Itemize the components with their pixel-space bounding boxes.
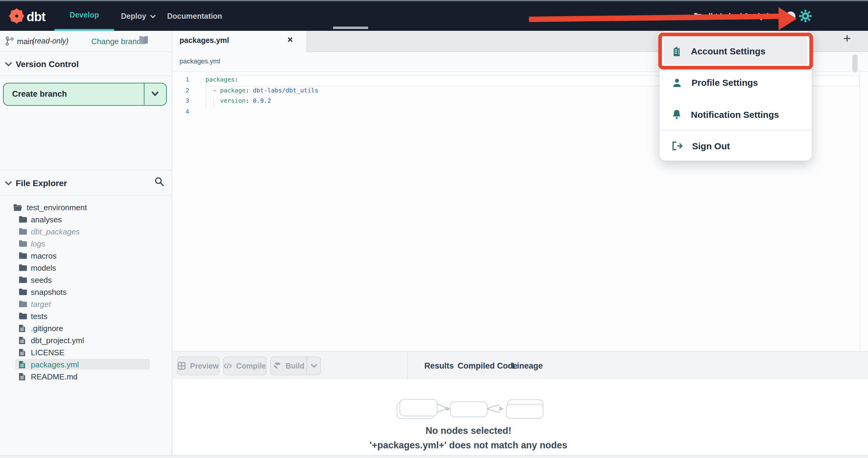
file-tree-item[interactable]: LICENSE: [0, 346, 172, 358]
file-tree-label: README.md: [31, 372, 78, 381]
line-number: 4: [172, 108, 189, 115]
file-tree-item[interactable]: snapshots: [0, 286, 172, 298]
file-tree-item[interactable]: dbt_packages: [0, 225, 172, 237]
file-tree-item[interactable]: models: [0, 262, 172, 274]
tab-results[interactable]: Results: [424, 352, 454, 380]
annotation-arrow-head: [779, 7, 797, 30]
results-label: Results: [424, 361, 454, 370]
search-icon[interactable]: [154, 176, 164, 187]
tab-label: packages.yml: [180, 36, 229, 45]
lineage-empty-title: No nodes selected!: [317, 425, 620, 436]
brand-wordmark[interactable]: dbt: [27, 10, 45, 24]
preview-button[interactable]: Preview: [177, 357, 219, 375]
version-control-header[interactable]: Version Control: [0, 52, 172, 76]
settings-dropdown-menu: Account Settings Profile Settings Notifi…: [659, 31, 812, 161]
file-tree-item[interactable]: .gitignore: [0, 322, 172, 334]
file-icon: [19, 324, 25, 332]
lineage-node: [450, 402, 487, 417]
file-tree-item[interactable]: dbt_project.yml: [0, 334, 172, 346]
build-button[interactable]: Build: [270, 357, 306, 375]
file-tree-item-selected[interactable]: packages.yml: [0, 358, 172, 370]
folder-icon: [19, 228, 27, 235]
code-line: version: 0.9.2: [206, 97, 271, 104]
editor-tab-packages-yml[interactable]: packages.yml ✕: [172, 31, 307, 52]
gear-icon[interactable]: [799, 9, 812, 23]
new-tab-button[interactable]: +: [843, 32, 851, 45]
nav-develop-label: Develop: [69, 11, 99, 19]
tab-compiled-code[interactable]: Compiled Code: [458, 352, 518, 380]
chevron-down-icon: [5, 181, 12, 185]
annotation-red-box: [658, 33, 813, 69]
file-tree-item[interactable]: target: [0, 298, 172, 310]
folder-icon: [19, 276, 27, 283]
bell-icon: [672, 109, 681, 119]
file-icon: [19, 336, 25, 344]
file-tree-label: target: [31, 299, 51, 308]
file-tree-label: packages.yml: [31, 360, 79, 369]
code-token: [249, 87, 253, 93]
lineage-panel: No nodes selected! '+packages.yml+' does…: [172, 380, 868, 455]
code-token: :: [246, 97, 249, 104]
file-tree-label: macros: [31, 251, 57, 260]
build-label: Build: [286, 362, 305, 370]
chevron-down-icon: [310, 364, 317, 368]
menu-item-sign-out[interactable]: Sign Out: [659, 130, 812, 162]
code-line: - package: dbt-labs/dbt_utils: [206, 87, 318, 93]
hammer-icon: [273, 362, 281, 370]
code-token: dbt-labs/dbt_utils: [253, 87, 318, 93]
folder-icon: [19, 252, 27, 259]
code-token: [249, 97, 253, 104]
bottom-strip: [0, 455, 868, 458]
tab-lineage[interactable]: Lineage: [512, 352, 543, 380]
lineage-graph: [393, 395, 550, 421]
file-tree-label: LICENSE: [31, 348, 64, 357]
compile-button[interactable]: Compile: [223, 357, 267, 375]
change-branch-link[interactable]: Change branch: [91, 37, 145, 46]
file-tree-item[interactable]: test_environment: [0, 201, 172, 213]
create-branch-button[interactable]: Create branch: [3, 83, 167, 106]
close-icon[interactable]: ✕: [287, 36, 293, 44]
file-tree-item[interactable]: analyses: [0, 213, 172, 225]
build-options-button[interactable]: [306, 357, 321, 375]
compiled-code-label: Compiled Code: [458, 361, 518, 370]
lineage-node: [400, 399, 437, 416]
menu-item-profile-settings[interactable]: Profile Settings: [659, 67, 812, 98]
folder-icon: [19, 239, 27, 247]
active-tab-underline: [333, 27, 368, 29]
git-branch-icon: [5, 36, 14, 46]
menu-item-notification-settings[interactable]: Notification Settings: [659, 98, 812, 130]
code-token: 0.9.2: [253, 97, 271, 104]
file-explorer-title: File Explorer: [16, 178, 67, 188]
code-token: -: [206, 87, 220, 93]
file-explorer-header[interactable]: File Explorer: [0, 170, 172, 196]
code-token: [206, 97, 220, 104]
docs-book-icon[interactable]: [138, 36, 149, 46]
sidebar: main (read-only) Change branch Version C…: [0, 31, 172, 458]
file-icon: [19, 348, 25, 356]
branch-row: main (read-only) Change branch: [0, 31, 172, 52]
file-tree-item[interactable]: tests: [0, 310, 172, 322]
version-control-title: Version Control: [16, 59, 79, 69]
lineage-label: Lineage: [512, 361, 543, 370]
nav-item-documentation[interactable]: Documentation: [164, 1, 225, 31]
scrollbar-thumb[interactable]: [852, 54, 858, 72]
breadcrumb: packages.yml: [180, 57, 220, 65]
lineage-empty-detail: '+packages.yml+' does not match any node…: [317, 440, 620, 451]
nav-item-develop[interactable]: Develop: [54, 1, 114, 31]
panel-divider: [407, 351, 408, 380]
editor-right-divider: [860, 72, 860, 351]
folder-icon: [19, 264, 27, 271]
nav-item-deploy[interactable]: Deploy: [117, 1, 160, 31]
file-tree-item[interactable]: seeds: [0, 274, 172, 286]
file-tree-label: snapshots: [31, 287, 67, 296]
code-token: :: [246, 87, 249, 93]
file-tree-item[interactable]: macros: [0, 250, 172, 262]
file-tree-item[interactable]: README.md: [0, 370, 172, 383]
dbt-logo-icon[interactable]: [8, 8, 25, 24]
dbt-cloud-ide: dbt Develop Deploy Documentation dbt Lab…: [0, 0, 868, 458]
folder-icon: [19, 312, 27, 319]
file-tree-item[interactable]: logs: [0, 237, 172, 250]
code-token: version: [220, 97, 245, 104]
file-tree-label: seeds: [31, 275, 52, 284]
chevron-down-icon[interactable]: [151, 91, 159, 96]
